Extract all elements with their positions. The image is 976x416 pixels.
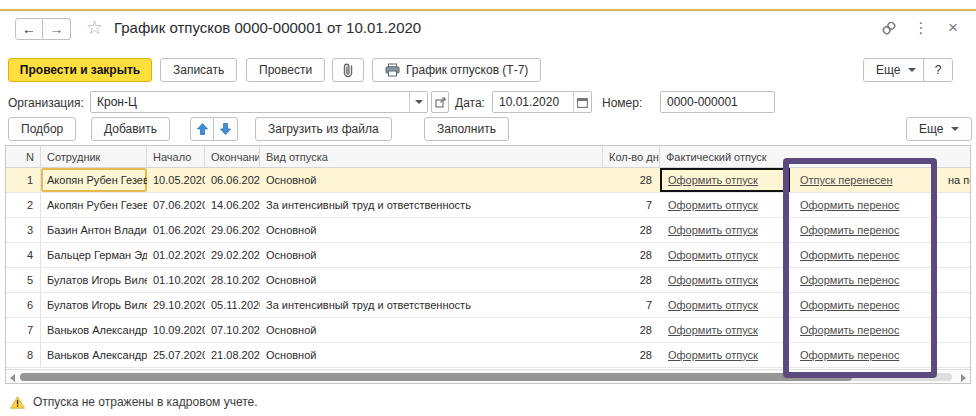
table-row[interactable]: 5Булатов Игорь Вилен...01.10.202028.10.2… bbox=[6, 268, 970, 293]
scroll-right-arrow-icon[interactable] bbox=[961, 374, 966, 382]
link-make-vacation[interactable]: Оформить отпуск bbox=[668, 349, 758, 361]
scrollbar-thumb[interactable] bbox=[20, 373, 852, 381]
cell-days-count[interactable]: 7 bbox=[603, 193, 660, 217]
cell-employee[interactable]: Бальцер Герман Эду... bbox=[41, 243, 147, 267]
cell-employee[interactable]: Акопян Рубен Гезевич bbox=[41, 193, 147, 217]
cell-start-date[interactable]: 29.10.2020 bbox=[147, 293, 205, 317]
table-more-button[interactable]: Еще bbox=[906, 117, 972, 141]
cell-end-date[interactable]: 07.10.2020 bbox=[205, 318, 260, 342]
cell-days-count[interactable]: 28 bbox=[603, 168, 660, 192]
favorite-star-icon[interactable]: ☆ bbox=[86, 16, 103, 39]
cell-end-date[interactable]: 05.11.2020 bbox=[205, 293, 260, 317]
link-make-vacation[interactable]: Оформить отпуск bbox=[668, 174, 758, 186]
horizontal-scrollbar[interactable] bbox=[6, 369, 970, 383]
cell-vacation-type[interactable]: За интенсивный труд и ответственность bbox=[260, 293, 603, 317]
cell-actual-vacation: Оформить отпуск bbox=[660, 318, 790, 342]
add-button[interactable]: Добавить bbox=[91, 117, 170, 141]
link-make-vacation[interactable]: Оформить отпуск bbox=[668, 324, 758, 336]
move-up-button[interactable] bbox=[190, 117, 214, 141]
forward-button[interactable]: → bbox=[43, 18, 71, 40]
get-link-icon[interactable] bbox=[880, 19, 898, 37]
link-make-transfer[interactable]: Оформить перенос bbox=[800, 199, 899, 211]
cell-start-date[interactable]: 01.06.2020 bbox=[147, 218, 205, 242]
cell-employee[interactable]: Булатов Игорь Вилен... bbox=[41, 293, 147, 317]
link-make-transfer[interactable]: Оформить перенос bbox=[800, 324, 899, 336]
cell-employee[interactable]: Булатов Игорь Вилен... bbox=[41, 268, 147, 292]
post-button[interactable]: Провести bbox=[246, 58, 325, 82]
number-label: Номер: bbox=[602, 96, 642, 110]
table-row[interactable]: 6Булатов Игорь Вилен...29.10.202005.11.2… bbox=[6, 293, 970, 318]
cell-end-date[interactable]: 29.02.2020 bbox=[205, 243, 260, 267]
cell-days-count[interactable]: 28 bbox=[603, 243, 660, 267]
toolbar-more-button[interactable]: Еще bbox=[863, 58, 929, 82]
cell-days-count[interactable]: 28 bbox=[603, 318, 660, 342]
cell-days-count[interactable]: 28 bbox=[603, 268, 660, 292]
cell-days-count[interactable]: 28 bbox=[603, 218, 660, 242]
cell-start-date[interactable]: 25.07.2020 bbox=[147, 343, 205, 367]
organization-dropdown-button[interactable] bbox=[409, 92, 427, 112]
organization-combobox[interactable]: Крон-Ц bbox=[90, 91, 428, 113]
table-row[interactable]: 7Ваньков Александр ...10.09.202007.10.20… bbox=[6, 318, 970, 343]
table-row[interactable]: 1Акопян Рубен Гезевич10.05.202006.06.202… bbox=[6, 168, 970, 193]
cell-start-date[interactable]: 01.10.2020 bbox=[147, 268, 205, 292]
cell-start-date[interactable]: 10.09.2020 bbox=[147, 318, 205, 342]
cell-vacation-type[interactable]: Основной bbox=[260, 218, 603, 242]
link-make-transfer[interactable]: Оформить перенос bbox=[800, 249, 899, 261]
link-make-transfer[interactable]: Отпуск перенесен bbox=[800, 174, 893, 186]
fill-button[interactable]: Заполнить bbox=[424, 117, 509, 141]
cell-vacation-type[interactable]: Основной bbox=[260, 243, 603, 267]
cell-end-date[interactable]: 06.06.2020 bbox=[205, 168, 260, 192]
cell-end-date[interactable]: 14.06.2020 bbox=[205, 193, 260, 217]
cell-vacation-type[interactable]: Основной bbox=[260, 343, 603, 367]
cell-end-date[interactable]: 28.10.2020 bbox=[205, 268, 260, 292]
table-row[interactable]: 2Акопян Рубен Гезевич07.06.202014.06.202… bbox=[6, 193, 970, 218]
attachments-button[interactable] bbox=[332, 58, 364, 82]
link-make-vacation[interactable]: Оформить отпуск bbox=[668, 224, 758, 236]
cell-employee[interactable]: Ваньков Александр ... bbox=[41, 318, 147, 342]
cell-vacation-type[interactable]: За интенсивный труд и ответственность bbox=[260, 193, 603, 217]
cell-extra-text bbox=[942, 243, 970, 267]
cell-vacation-type[interactable]: Основной bbox=[260, 168, 603, 192]
cell-end-date[interactable]: 21.08.2020 bbox=[205, 343, 260, 367]
header-actual-vacation: Фактический отпуск bbox=[660, 146, 970, 167]
scroll-left-arrow-icon[interactable] bbox=[10, 374, 15, 382]
cell-days-count[interactable]: 7 bbox=[603, 293, 660, 317]
date-input[interactable]: 10.01.2020 bbox=[492, 91, 592, 113]
cell-start-date[interactable]: 07.06.2020 bbox=[147, 193, 205, 217]
date-calendar-button[interactable] bbox=[573, 92, 591, 112]
link-make-vacation[interactable]: Оформить отпуск bbox=[668, 299, 758, 311]
cell-employee[interactable]: Базин Антон Владим... bbox=[41, 218, 147, 242]
pick-button[interactable]: Подбор bbox=[8, 117, 76, 141]
link-make-transfer[interactable]: Оформить перенос bbox=[800, 224, 899, 236]
cell-vacation-type[interactable]: Основной bbox=[260, 318, 603, 342]
link-make-transfer[interactable]: Оформить перенос bbox=[800, 349, 899, 361]
back-button[interactable]: ← bbox=[15, 18, 43, 40]
cell-end-date[interactable]: 29.06.2020 bbox=[205, 218, 260, 242]
link-make-transfer[interactable]: Оформить перенос bbox=[800, 299, 899, 311]
table-row[interactable]: 4Бальцер Герман Эду...01.02.202029.02.20… bbox=[6, 243, 970, 268]
cell-vacation-type[interactable]: Основной bbox=[260, 268, 603, 292]
load-from-file-button[interactable]: Загрузить из файла bbox=[255, 117, 392, 141]
cell-employee[interactable]: Акопян Рубен Гезевич bbox=[41, 168, 147, 192]
post-and-close-button[interactable]: Провести и закрыть bbox=[8, 58, 152, 82]
link-make-vacation[interactable]: Оформить отпуск bbox=[668, 199, 758, 211]
help-button[interactable]: ? bbox=[923, 58, 953, 82]
table-row[interactable]: 8Ваньков Александр ...25.07.202021.08.20… bbox=[6, 343, 970, 368]
number-input[interactable]: 0000-000001 bbox=[660, 91, 775, 113]
organization-open-button[interactable] bbox=[431, 91, 449, 113]
save-button[interactable]: Записать bbox=[160, 58, 237, 82]
cell-employee[interactable]: Ваньков Александр ... bbox=[41, 343, 147, 367]
link-make-vacation[interactable]: Оформить отпуск bbox=[668, 249, 758, 261]
cell-start-date[interactable]: 10.05.2020 bbox=[147, 168, 205, 192]
link-make-transfer[interactable]: Оформить перенос bbox=[800, 274, 899, 286]
print-t7-button[interactable]: График отпусков (Т-7) bbox=[372, 58, 541, 82]
move-down-button[interactable] bbox=[214, 117, 238, 141]
cell-days-count[interactable]: 28 bbox=[603, 343, 660, 367]
close-icon[interactable]: × bbox=[944, 19, 962, 37]
link-make-vacation[interactable]: Оформить отпуск bbox=[668, 274, 758, 286]
cell-start-date[interactable]: 01.02.2020 bbox=[147, 243, 205, 267]
cell-vacation-transfer: Оформить перенос bbox=[790, 218, 942, 242]
more-menu-icon[interactable]: ⋮ bbox=[912, 19, 930, 37]
table-row[interactable]: 3Базин Антон Владим...01.06.202029.06.20… bbox=[6, 218, 970, 243]
header-end: Окончание bbox=[205, 146, 260, 167]
